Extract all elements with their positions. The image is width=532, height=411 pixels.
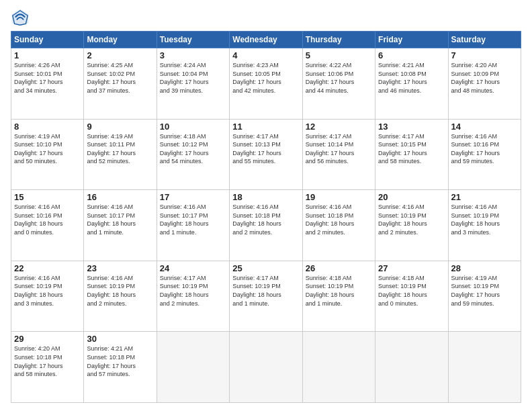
day-number: 8 [14, 122, 81, 132]
day-number: 29 [14, 334, 81, 344]
day-number: 6 [378, 50, 445, 60]
day-number: 27 [378, 263, 445, 273]
day-info: Sunrise: 4:17 AM Sunset: 10:15 PM Daylig… [378, 132, 445, 166]
calendar-cell: 26Sunrise: 4:18 AM Sunset: 10:19 PM Dayl… [302, 261, 375, 332]
day-info: Sunrise: 4:16 AM Sunset: 10:17 PM Daylig… [87, 203, 153, 236]
day-number: 10 [160, 122, 226, 132]
logo [11, 8, 32, 27]
calendar-cell: 16Sunrise: 4:16 AM Sunset: 10:17 PM Dayl… [84, 190, 157, 261]
calendar-week-4: 22Sunrise: 4:16 AM Sunset: 10:19 PM Dayl… [11, 261, 521, 332]
day-number: 19 [306, 192, 372, 202]
day-info: Sunrise: 4:23 AM Sunset: 10:05 PM Daylig… [232, 61, 299, 95]
column-header-friday: Friday [375, 32, 448, 48]
calendar-week-5: 29Sunrise: 4:20 AM Sunset: 10:18 PM Dayl… [11, 332, 521, 403]
day-number: 23 [87, 263, 153, 273]
calendar-week-2: 8Sunrise: 4:19 AM Sunset: 10:10 PM Dayli… [11, 119, 521, 190]
day-info: Sunrise: 4:16 AM Sunset: 10:17 PM Daylig… [160, 203, 226, 236]
day-info: Sunrise: 4:19 AM Sunset: 10:10 PM Daylig… [14, 132, 81, 166]
day-info: Sunrise: 4:24 AM Sunset: 10:04 PM Daylig… [160, 61, 226, 95]
day-number: 4 [232, 50, 299, 60]
calendar: SundayMondayTuesdayWednesdayThursdayFrid… [11, 31, 521, 403]
calendar-cell [157, 332, 229, 403]
header [11, 8, 521, 27]
column-header-sunday: Sunday [11, 32, 84, 48]
day-info: Sunrise: 4:25 AM Sunset: 10:02 PM Daylig… [87, 61, 153, 95]
calendar-cell: 7Sunrise: 4:20 AM Sunset: 10:09 PM Dayli… [448, 48, 521, 120]
calendar-cell: 18Sunrise: 4:16 AM Sunset: 10:18 PM Dayl… [230, 190, 302, 261]
calendar-cell: 20Sunrise: 4:16 AM Sunset: 10:19 PM Dayl… [375, 190, 448, 261]
calendar-cell: 4Sunrise: 4:23 AM Sunset: 10:05 PM Dayli… [230, 48, 302, 120]
day-info: Sunrise: 4:19 AM Sunset: 10:19 PM Daylig… [451, 274, 518, 308]
day-number: 22 [14, 263, 81, 273]
day-number: 24 [160, 263, 226, 273]
day-info: Sunrise: 4:16 AM Sunset: 10:16 PM Daylig… [14, 203, 81, 236]
calendar-cell: 19Sunrise: 4:16 AM Sunset: 10:18 PM Dayl… [302, 190, 375, 261]
day-info: Sunrise: 4:16 AM Sunset: 10:16 PM Daylig… [451, 132, 518, 166]
day-info: Sunrise: 4:18 AM Sunset: 10:19 PM Daylig… [378, 274, 445, 308]
calendar-cell: 15Sunrise: 4:16 AM Sunset: 10:16 PM Dayl… [11, 190, 84, 261]
day-info: Sunrise: 4:21 AM Sunset: 10:18 PM Daylig… [87, 345, 153, 378]
day-info: Sunrise: 4:16 AM Sunset: 10:19 PM Daylig… [378, 203, 445, 236]
calendar-cell: 9Sunrise: 4:19 AM Sunset: 10:11 PM Dayli… [84, 119, 157, 190]
calendar-cell: 29Sunrise: 4:20 AM Sunset: 10:18 PM Dayl… [11, 332, 84, 403]
column-header-saturday: Saturday [448, 32, 521, 48]
day-info: Sunrise: 4:17 AM Sunset: 10:14 PM Daylig… [306, 132, 372, 166]
calendar-cell: 25Sunrise: 4:17 AM Sunset: 10:19 PM Dayl… [230, 261, 302, 332]
calendar-cell: 24Sunrise: 4:17 AM Sunset: 10:19 PM Dayl… [157, 261, 229, 332]
day-info: Sunrise: 4:18 AM Sunset: 10:19 PM Daylig… [306, 274, 372, 308]
day-info: Sunrise: 4:16 AM Sunset: 10:18 PM Daylig… [232, 203, 299, 236]
day-number: 26 [306, 263, 372, 273]
day-info: Sunrise: 4:22 AM Sunset: 10:06 PM Daylig… [306, 61, 372, 95]
logo-icon [11, 8, 30, 27]
calendar-cell: 22Sunrise: 4:16 AM Sunset: 10:19 PM Dayl… [11, 261, 84, 332]
day-number: 7 [451, 50, 518, 60]
calendar-week-3: 15Sunrise: 4:16 AM Sunset: 10:16 PM Dayl… [11, 190, 521, 261]
calendar-cell: 30Sunrise: 4:21 AM Sunset: 10:18 PM Dayl… [84, 332, 157, 403]
column-header-wednesday: Wednesday [230, 32, 302, 48]
page: SundayMondayTuesdayWednesdayThursdayFrid… [0, 0, 532, 411]
column-header-monday: Monday [84, 32, 157, 48]
calendar-week-1: 1Sunrise: 4:26 AM Sunset: 10:01 PM Dayli… [11, 48, 521, 120]
calendar-cell [302, 332, 375, 403]
calendar-cell [448, 332, 521, 403]
day-number: 17 [160, 192, 226, 202]
day-info: Sunrise: 4:17 AM Sunset: 10:13 PM Daylig… [232, 132, 299, 166]
day-info: Sunrise: 4:20 AM Sunset: 10:09 PM Daylig… [451, 61, 518, 95]
day-number: 15 [14, 192, 81, 202]
day-info: Sunrise: 4:20 AM Sunset: 10:18 PM Daylig… [14, 345, 81, 378]
day-info: Sunrise: 4:16 AM Sunset: 10:19 PM Daylig… [14, 274, 81, 308]
calendar-cell: 3Sunrise: 4:24 AM Sunset: 10:04 PM Dayli… [157, 48, 229, 120]
day-info: Sunrise: 4:17 AM Sunset: 10:19 PM Daylig… [232, 274, 299, 308]
calendar-cell: 23Sunrise: 4:16 AM Sunset: 10:19 PM Dayl… [84, 261, 157, 332]
day-info: Sunrise: 4:18 AM Sunset: 10:12 PM Daylig… [160, 132, 226, 166]
calendar-header-row: SundayMondayTuesdayWednesdayThursdayFrid… [11, 32, 521, 48]
calendar-cell: 2Sunrise: 4:25 AM Sunset: 10:02 PM Dayli… [84, 48, 157, 120]
day-info: Sunrise: 4:26 AM Sunset: 10:01 PM Daylig… [14, 61, 81, 95]
column-header-thursday: Thursday [302, 32, 375, 48]
day-number: 28 [451, 263, 518, 273]
day-info: Sunrise: 4:21 AM Sunset: 10:08 PM Daylig… [378, 61, 445, 95]
day-number: 5 [306, 50, 372, 60]
calendar-cell: 27Sunrise: 4:18 AM Sunset: 10:19 PM Dayl… [375, 261, 448, 332]
day-info: Sunrise: 4:19 AM Sunset: 10:11 PM Daylig… [87, 132, 153, 166]
day-number: 12 [306, 122, 372, 132]
day-info: Sunrise: 4:17 AM Sunset: 10:19 PM Daylig… [160, 274, 226, 308]
calendar-cell: 28Sunrise: 4:19 AM Sunset: 10:19 PM Dayl… [448, 261, 521, 332]
calendar-cell: 17Sunrise: 4:16 AM Sunset: 10:17 PM Dayl… [157, 190, 229, 261]
calendar-cell: 10Sunrise: 4:18 AM Sunset: 10:12 PM Dayl… [157, 119, 229, 190]
calendar-cell: 8Sunrise: 4:19 AM Sunset: 10:10 PM Dayli… [11, 119, 84, 190]
day-number: 1 [14, 50, 81, 60]
calendar-cell: 13Sunrise: 4:17 AM Sunset: 10:15 PM Dayl… [375, 119, 448, 190]
day-number: 18 [232, 192, 299, 202]
day-number: 11 [232, 122, 299, 132]
calendar-cell: 6Sunrise: 4:21 AM Sunset: 10:08 PM Dayli… [375, 48, 448, 120]
calendar-cell: 11Sunrise: 4:17 AM Sunset: 10:13 PM Dayl… [230, 119, 302, 190]
column-header-tuesday: Tuesday [157, 32, 229, 48]
day-number: 16 [87, 192, 153, 202]
calendar-cell: 12Sunrise: 4:17 AM Sunset: 10:14 PM Dayl… [302, 119, 375, 190]
day-info: Sunrise: 4:16 AM Sunset: 10:19 PM Daylig… [451, 203, 518, 236]
day-number: 21 [451, 192, 518, 202]
day-number: 20 [378, 192, 445, 202]
calendar-cell: 14Sunrise: 4:16 AM Sunset: 10:16 PM Dayl… [448, 119, 521, 190]
day-number: 14 [451, 122, 518, 132]
